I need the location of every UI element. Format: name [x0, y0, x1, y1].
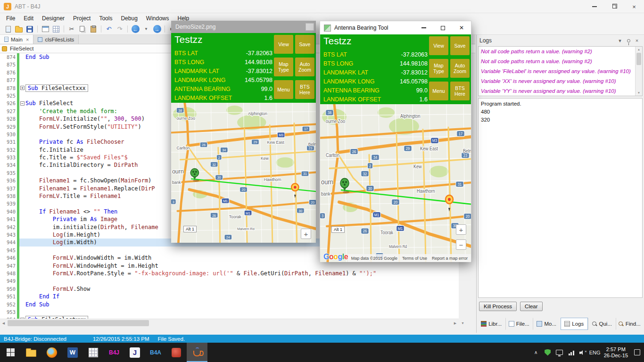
kill-process-button[interactable]: Kill Process: [479, 302, 517, 311]
bts-here-button[interactable]: BTS Here: [295, 80, 314, 99]
navigate-back-icon[interactable]: ←: [130, 24, 140, 34]
undo-icon[interactable]: ↶: [104, 24, 114, 34]
view-button[interactable]: View: [274, 35, 293, 54]
map-type-button[interactable]: Map Type: [429, 59, 448, 78]
close-button[interactable]: ×: [624, 0, 644, 13]
menu-item-file[interactable]: File: [2, 14, 19, 23]
terms-of-use-link[interactable]: Terms of Use: [402, 256, 427, 261]
minimize-button[interactable]: [585, 0, 604, 13]
log-warning[interactable]: Not all code paths return a value. (warn…: [479, 57, 642, 66]
save-button[interactable]: Save: [450, 36, 470, 55]
tab-main[interactable]: Main×: [0, 35, 33, 44]
menu-item-debug[interactable]: Debug: [116, 14, 141, 23]
horizontal-scroll-thumb[interactable]: [8, 320, 149, 326]
minimize-button[interactable]: [414, 21, 433, 34]
panel-tab-mo[interactable]: Mo...: [533, 318, 561, 330]
code-line[interactable]: 951 End If: [0, 293, 467, 300]
ide-titlebar[interactable]: J ABT - B4J ×: [0, 0, 644, 13]
menu-button[interactable]: Menu: [274, 80, 293, 99]
tab-clsfileslists[interactable]: clsFilesLists: [33, 35, 79, 44]
fold-expand-icon[interactable]: +: [20, 86, 25, 90]
restore-button[interactable]: [604, 0, 624, 13]
warnings-scroll-thumb[interactable]: [636, 53, 641, 65]
menu-item-designer[interactable]: Designer: [38, 14, 69, 23]
view-button[interactable]: View: [429, 36, 448, 55]
b4a-icon[interactable]: B4A: [145, 343, 166, 362]
map-canvas[interactable]: 3817M326293423223303120M1326M1302024ourn…: [171, 103, 316, 243]
window-control[interactable]: [305, 23, 314, 31]
panel-tab-qui[interactable]: Qui...: [588, 318, 616, 330]
panel-tab-file[interactable]: File...: [505, 318, 533, 330]
menu-item-windows[interactable]: Windows: [142, 14, 173, 23]
menu-item-project[interactable]: Project: [69, 14, 95, 23]
close-tab-icon[interactable]: ×: [26, 37, 29, 42]
redo-icon[interactable]: ↷: [115, 24, 125, 34]
zoom-out-button[interactable]: −: [456, 239, 466, 250]
code-line[interactable]: 948 FormLV.RootPane.Style = "-fx-backgro…: [0, 270, 467, 277]
code-line[interactable]: 953: [0, 308, 467, 316]
maximize-button[interactable]: [433, 21, 452, 34]
map-canvas[interactable]: 3817M326293423223303120M1326M1302024ourn…: [320, 104, 471, 262]
panel-close-icon[interactable]: ×: [633, 36, 641, 45]
log-warning[interactable]: Variable 'YY' is never assigned any valu…: [479, 86, 642, 96]
zoom-in-button[interactable]: +: [301, 229, 311, 239]
clock[interactable]: 2:57 PM 26-Dec-15: [601, 346, 631, 359]
scroll-down-icon[interactable]: ▼: [636, 90, 642, 96]
grid-app-icon[interactable]: [83, 343, 104, 362]
scroll-up-icon[interactable]: ▲: [636, 47, 642, 52]
word-icon[interactable]: W: [62, 343, 83, 362]
report-map-error-link[interactable]: Report a map error: [432, 256, 468, 261]
menu-button[interactable]: Menu: [429, 82, 448, 100]
action-center-icon[interactable]: [631, 343, 643, 362]
panel-tab-logs[interactable]: Logs: [561, 318, 588, 330]
paste-icon[interactable]: [88, 24, 99, 34]
b4j-icon[interactable]: B4J: [104, 343, 124, 362]
network-icon[interactable]: [566, 343, 577, 362]
save-all-icon[interactable]: [40, 24, 50, 34]
defender-icon[interactable]: [542, 343, 553, 362]
panel-tab-find[interactable]: Find...: [616, 318, 644, 330]
abt-window-titlebar[interactable]: Antenna Bearing Tool ✕: [320, 21, 471, 34]
editor-horizontal-scrollbar[interactable]: ◀ ▶: [0, 319, 459, 327]
code-line[interactable]: 950 FormLV.Show: [0, 285, 467, 293]
auto-zoom-button[interactable]: Auto Zoom: [450, 59, 470, 78]
open-file-icon[interactable]: [14, 24, 24, 34]
code-line[interactable]: 947 FormLV.WindowHeight = im.Height: [0, 262, 467, 270]
close-button[interactable]: ✕: [452, 21, 471, 34]
navigate-forward-icon[interactable]: →: [152, 24, 162, 34]
pin-icon[interactable]: [624, 36, 633, 45]
log-warning[interactable]: Variable 'XX' is never assigned any valu…: [479, 76, 642, 86]
log-warning[interactable]: Variable 'FileLabel' is never assigned a…: [479, 66, 642, 76]
back-history-caret-icon[interactable]: ▼: [141, 24, 151, 34]
warnings-scrollbar[interactable]: ▲ ▼: [635, 47, 642, 96]
clear-button[interactable]: Clear: [520, 302, 542, 311]
j-logo-icon[interactable]: J: [124, 343, 145, 362]
volume-muted-icon[interactable]: ×: [578, 343, 589, 362]
log-warning[interactable]: Not all code paths return a value. (warn…: [479, 47, 642, 57]
menu-item-tools[interactable]: Tools: [95, 14, 116, 23]
designer-icon[interactable]: [51, 24, 61, 34]
zoom-in-button[interactable]: +: [456, 224, 466, 235]
scroll-down-icon[interactable]: ▼: [459, 320, 467, 327]
cut-icon[interactable]: ✂: [66, 24, 77, 34]
start-button[interactable]: [0, 343, 21, 362]
tray-expand-icon[interactable]: ∧: [530, 343, 542, 362]
auto-zoom-button[interactable]: Auto Zoom: [295, 58, 314, 76]
demo-window-titlebar[interactable]: DemoSize2.png: [171, 21, 316, 33]
language-indicator[interactable]: ENG: [589, 343, 601, 362]
panel-tab-libr[interactable]: Libr...: [478, 318, 505, 330]
firefox-icon[interactable]: [41, 343, 62, 362]
code-line[interactable]: 949: [0, 277, 467, 285]
map-view[interactable]: 3817M326293423223303120M1326M1302024ourn…: [171, 103, 316, 243]
scroll-right-icon[interactable]: ▶: [452, 319, 459, 327]
display-icon[interactable]: [554, 343, 565, 362]
bts-here-button[interactable]: BTS Here: [450, 82, 470, 100]
scroll-left-icon[interactable]: ◀: [0, 319, 7, 327]
save-icon[interactable]: [25, 24, 35, 34]
panel-menu-icon[interactable]: ▾: [616, 36, 624, 45]
code-line[interactable]: 952End Sub: [0, 301, 467, 308]
new-file-icon[interactable]: [3, 24, 13, 34]
red-app-icon[interactable]: [166, 343, 187, 362]
menu-item-edit[interactable]: Edit: [19, 14, 38, 23]
fold-collapse-icon[interactable]: −: [20, 101, 25, 106]
